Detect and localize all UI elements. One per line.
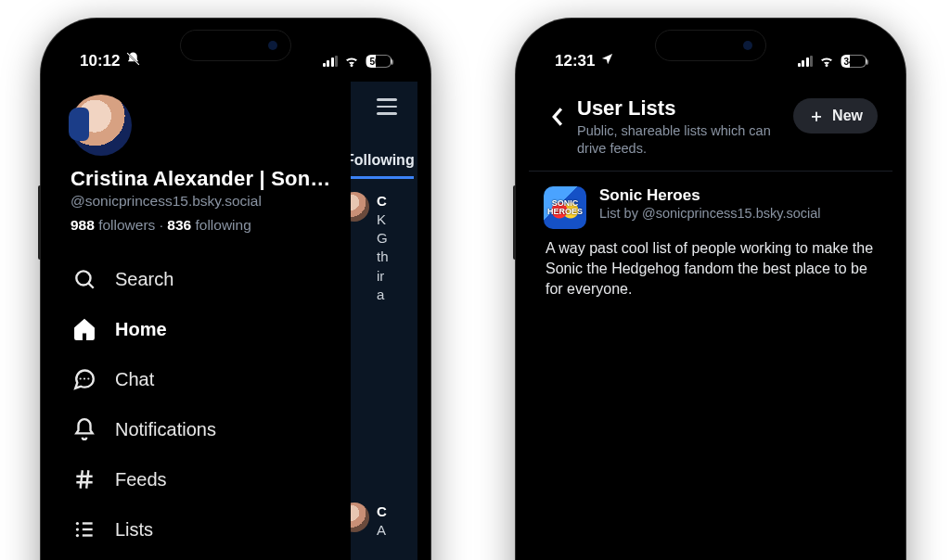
svg-point-6 xyxy=(76,534,79,537)
list-description: A way past cool list of people working t… xyxy=(529,229,892,300)
cellular-icon xyxy=(323,56,339,67)
profile-avatar[interactable] xyxy=(71,95,132,156)
nav-feeds[interactable]: Feeds xyxy=(71,454,334,504)
screen-left: 10:12 50 Following C K xyxy=(54,32,417,560)
nav-chat[interactable]: Chat xyxy=(71,354,334,404)
svg-point-0 xyxy=(76,271,90,285)
search-icon xyxy=(72,267,96,291)
new-list-button[interactable]: ＋ New xyxy=(793,98,878,134)
new-label: New xyxy=(832,108,863,124)
page-subtitle: Public, shareable lists which can drive … xyxy=(577,122,786,158)
dynamic-island xyxy=(180,30,291,61)
status-time: 12:31 xyxy=(555,52,595,70)
svg-point-4 xyxy=(76,522,79,525)
dynamic-island xyxy=(655,30,766,61)
nav-lists[interactable]: Lists xyxy=(71,504,334,554)
plus-icon: ＋ xyxy=(808,108,825,124)
chat-icon xyxy=(72,367,96,391)
cellular-icon xyxy=(798,56,814,67)
nav-search[interactable]: Search xyxy=(71,254,334,304)
nav-home[interactable]: Home xyxy=(71,304,334,354)
profile-stats[interactable]: 988 followers · 836 following xyxy=(71,217,334,234)
bell-slash-icon xyxy=(125,51,141,71)
hash-icon xyxy=(72,467,96,491)
svg-point-1 xyxy=(80,377,82,379)
wifi-icon xyxy=(818,55,835,68)
home-icon xyxy=(72,317,96,341)
nav-list: Search Home Chat Notifications Feeds xyxy=(71,254,334,554)
list-row[interactable]: SONIC HEROES Sonic Heroes List by @sonic… xyxy=(529,172,892,229)
screen-right: 12:31 34 User Lists Public, shareable li… xyxy=(529,32,892,560)
nav-label: Lists xyxy=(115,519,153,541)
battery-icon: 34 xyxy=(841,55,867,68)
back-button[interactable] xyxy=(544,98,570,135)
battery-level: 34 xyxy=(843,57,854,67)
page-title: User Lists xyxy=(577,96,786,121)
list-byline: List by @sonicprincess15.bsky.social xyxy=(599,206,821,221)
nav-label: Notifications xyxy=(115,419,216,440)
svg-point-3 xyxy=(87,377,89,379)
nav-label: Home xyxy=(115,319,167,340)
lists-icon xyxy=(72,517,96,541)
nav-label: Chat xyxy=(115,369,154,390)
list-name: Sonic Heroes xyxy=(599,186,821,205)
nav-label: Feeds xyxy=(115,469,167,490)
bell-icon xyxy=(72,417,96,441)
page-header: User Lists Public, shareable lists which… xyxy=(529,82,892,171)
nav-notifications[interactable]: Notifications xyxy=(71,404,334,454)
battery-icon: 50 xyxy=(366,55,392,68)
wifi-icon xyxy=(343,55,360,68)
list-avatar: SONIC HEROES xyxy=(544,186,586,229)
location-icon xyxy=(600,52,614,70)
profile-handle: @sonicprincess15.bsky.social xyxy=(71,193,334,210)
nav-label: Search xyxy=(115,269,173,290)
svg-point-2 xyxy=(83,377,85,379)
nav-drawer: Cristina Alexander | SonicP... @sonicpri… xyxy=(54,82,351,560)
profile-display-name[interactable]: Cristina Alexander | SonicP... xyxy=(71,167,334,191)
status-time: 10:12 xyxy=(80,52,120,70)
phone-mockup-right: 12:31 34 User Lists Public, shareable li… xyxy=(516,19,905,560)
svg-point-5 xyxy=(76,528,79,530)
battery-level: 50 xyxy=(369,57,379,67)
phone-mockup-left: 10:12 50 Following C K xyxy=(41,19,430,560)
